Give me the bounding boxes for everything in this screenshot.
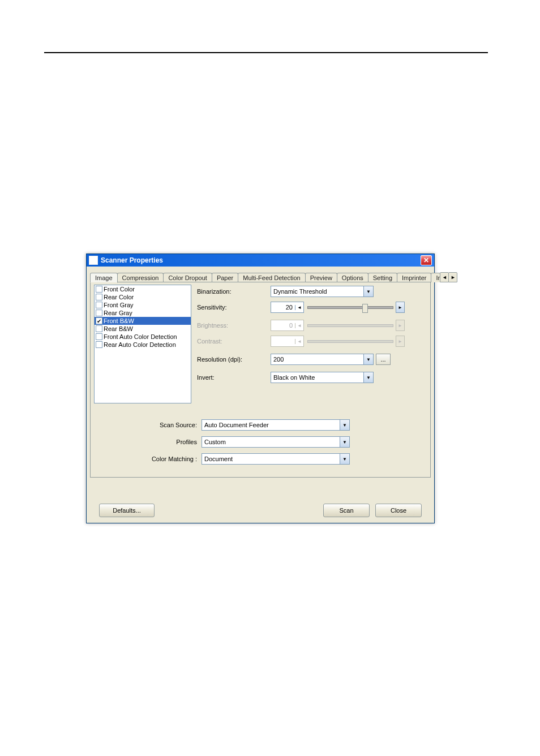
scan-button[interactable]: Scan — [323, 504, 370, 517]
button-bar: Defaults... Scan Close — [90, 500, 431, 517]
tab-color-dropout[interactable]: Color Dropout — [163, 273, 212, 282]
list-item[interactable]: Front Color — [95, 285, 191, 293]
close-button[interactable]: Close — [375, 504, 422, 517]
invert-label: Invert: — [197, 374, 271, 381]
list-item-label: Front Gray — [104, 302, 134, 308]
tab-bar: Image Compression Color Dropout Paper Mu… — [90, 271, 431, 282]
app-icon — [89, 256, 98, 265]
sensitivity-slider[interactable]: ► — [307, 302, 405, 312]
list-item[interactable]: ✔ Front B&W — [95, 317, 191, 325]
spin-left-icon[interactable]: ◄ — [295, 305, 303, 310]
contrast-label: Contrast: — [197, 338, 271, 345]
invert-value: Black on White — [271, 374, 363, 381]
spin-left-icon: ◄ — [295, 339, 303, 344]
list-item[interactable]: Rear B&W — [95, 325, 191, 333]
upper-panel: Front Color Rear Color Front Gray Rear G… — [94, 285, 427, 403]
tab-paper[interactable]: Paper — [212, 273, 238, 282]
resolution-value: 200 — [271, 356, 363, 363]
checkbox-icon[interactable] — [96, 302, 102, 308]
resolution-combo[interactable]: 200 ▼ — [271, 354, 374, 365]
tab-setting[interactable]: Setting — [368, 273, 397, 282]
check-icon: ✔ — [97, 318, 101, 324]
row-brightness: Brightness: 0 ◄ ► — [197, 320, 427, 331]
scan-source-value: Auto Document Feeder — [202, 422, 340, 428]
spin-right-icon[interactable]: ► — [396, 302, 405, 313]
row-contrast: Contrast: ◄ ► — [197, 336, 427, 347]
row-sensitivity: Sensitivity: 20 ◄ ► — [197, 302, 427, 313]
tab-page-image: Front Color Rear Color Front Gray Rear G… — [90, 282, 431, 478]
checkbox-icon[interactable] — [96, 286, 102, 293]
list-item-label: Rear Auto Color Detection — [104, 341, 176, 348]
tab-multi-feed-detection[interactable]: Multi-Feed Detection — [238, 273, 306, 282]
profiles-combo[interactable]: Custom ▼ — [202, 436, 350, 448]
chevron-down-icon[interactable]: ▼ — [363, 372, 373, 383]
tab-scroll-right-icon[interactable]: ► — [448, 272, 457, 282]
checkbox-icon[interactable]: ✔ — [96, 317, 102, 324]
tab-imprinter[interactable]: Imprinter — [397, 273, 431, 282]
tab-options[interactable]: Options — [337, 273, 368, 282]
list-item[interactable]: Rear Gray — [95, 309, 191, 317]
list-item[interactable]: Front Gray — [95, 301, 191, 309]
chevron-down-icon[interactable]: ▼ — [340, 437, 349, 447]
binarization-combo[interactable]: Dynamic Threshold ▼ — [271, 286, 374, 297]
controls-panel: Binarization: Dynamic Threshold ▼ Sensit… — [197, 285, 427, 403]
invert-combo[interactable]: Black on White ▼ — [271, 372, 374, 383]
brightness-label: Brightness: — [197, 322, 271, 329]
tab-scroll: ◄ ► — [440, 272, 457, 282]
list-item-label: Rear Gray — [104, 310, 132, 316]
list-item[interactable]: Rear Color — [95, 293, 191, 301]
header-rule — [44, 52, 488, 53]
brightness-value: 0 — [271, 322, 295, 329]
titlebar[interactable]: Scanner Properties ✕ — [87, 254, 434, 267]
row-invert: Invert: Black on White ▼ — [197, 372, 427, 383]
checkbox-icon[interactable] — [96, 333, 102, 340]
chevron-down-icon[interactable]: ▼ — [363, 354, 373, 364]
chevron-down-icon[interactable]: ▼ — [340, 454, 349, 464]
window-title: Scanner Properties — [101, 256, 421, 264]
contrast-slider: ► — [307, 336, 405, 346]
profiles-label: Profiles — [94, 439, 202, 445]
resolution-label: Resolution (dpi): — [197, 356, 271, 363]
spin-left-icon: ◄ — [295, 323, 303, 328]
tab-compression[interactable]: Compression — [117, 273, 164, 282]
row-color-matching: Color Matching : Document ▼ — [94, 453, 427, 465]
list-item[interactable]: Rear Auto Color Detection — [95, 341, 191, 349]
tab-image[interactable]: Image — [90, 273, 118, 283]
slider-track — [307, 324, 393, 327]
tab-scroll-left-icon[interactable]: ◄ — [440, 272, 449, 282]
list-item-label: Rear B&W — [104, 325, 133, 332]
chevron-down-icon[interactable]: ▼ — [363, 286, 373, 297]
color-matching-combo[interactable]: Document ▼ — [202, 453, 350, 465]
color-matching-label: Color Matching : — [94, 456, 202, 462]
slider-track — [307, 340, 393, 343]
scanner-properties-dialog: Scanner Properties ✕ Image Compression C… — [86, 254, 435, 523]
defaults-button[interactable]: Defaults... — [99, 504, 155, 517]
brightness-spin: 0 ◄ — [271, 320, 304, 331]
spacer — [155, 504, 323, 517]
checkbox-icon[interactable] — [96, 294, 102, 300]
image-selection-list[interactable]: Front Color Rear Color Front Gray Rear G… — [94, 285, 191, 403]
sensitivity-spin[interactable]: 20 ◄ — [271, 302, 304, 313]
slider-track[interactable] — [307, 306, 393, 309]
slider-thumb[interactable] — [362, 304, 368, 313]
contrast-spin: ◄ — [271, 336, 304, 347]
binarization-label: Binarization: — [197, 288, 271, 295]
mid-panel: Scan Source: Auto Document Feeder ▼ Prof… — [94, 419, 427, 465]
checkbox-icon[interactable] — [96, 341, 102, 348]
list-item-label: Front B&W — [104, 317, 134, 324]
chevron-down-icon[interactable]: ▼ — [340, 420, 349, 430]
row-resolution: Resolution (dpi): 200 ▼ ... — [197, 354, 427, 365]
checkbox-icon[interactable] — [96, 325, 102, 332]
checkbox-icon[interactable] — [96, 310, 102, 316]
scan-source-combo[interactable]: Auto Document Feeder ▼ — [202, 419, 350, 431]
profiles-value: Custom — [202, 439, 340, 445]
list-item-label: Front Color — [104, 286, 135, 293]
spin-right-icon: ► — [396, 320, 405, 331]
tab-preview[interactable]: Preview — [305, 273, 337, 282]
close-icon[interactable]: ✕ — [421, 255, 432, 265]
resolution-more-button[interactable]: ... — [376, 354, 391, 365]
color-matching-value: Document — [202, 456, 340, 462]
brightness-slider: ► — [307, 320, 405, 330]
list-item[interactable]: Front Auto Color Detection — [95, 333, 191, 341]
binarization-value: Dynamic Threshold — [271, 288, 363, 295]
